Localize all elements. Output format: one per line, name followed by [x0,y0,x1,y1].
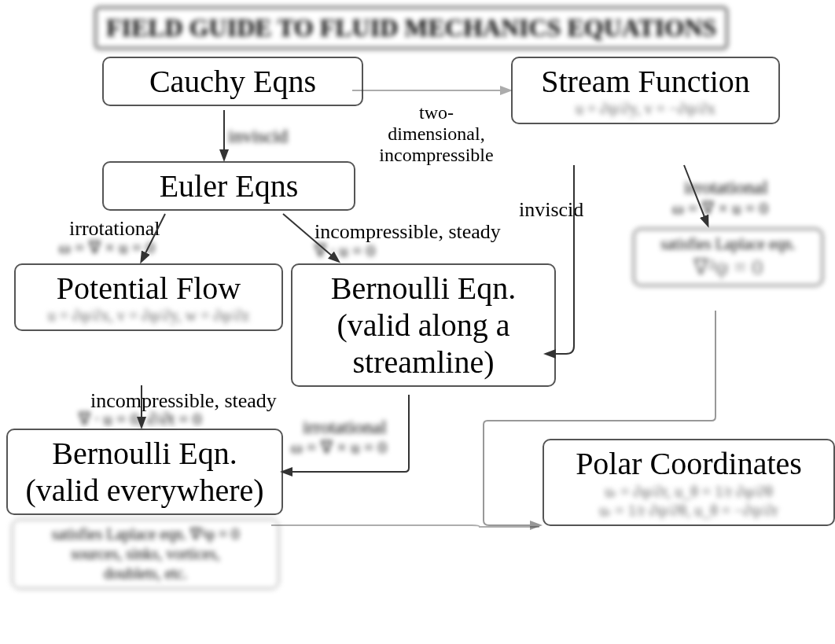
label-irrotational-right: irrotational [684,177,768,198]
math-div-and-dt: ∇ · u = 0, ∂/∂t = 0 [79,409,201,429]
math-div-zero-1: ∇ · u = 0 [315,241,375,261]
polar-eqn1: uᵣ = ∂φ/∂r, u_θ = 1/r ∂φ/∂θ [555,482,822,501]
bev-sub2: sources, sinks, vortices, [24,544,267,564]
bernoulli-ev-1: Bernoulli Eqn. [19,435,270,472]
label-inviscid-right: inviscid [519,198,583,222]
laplace-eqn: ∇²ψ = 0 [646,254,811,280]
box-stream: Stream Function u = ∂ψ/∂y, v = −∂ψ/∂x [511,57,780,124]
stream-heading: Stream Function [524,63,767,100]
polar-heading: Polar Coordinates [555,445,822,482]
box-cauchy: Cauchy Eqns [102,57,363,106]
potential-eqn: u = ∂φ/∂x, v = ∂φ/∂y, w = ∂φ/∂z [27,307,270,325]
bernoulli-sl-1: Bernoulli Eqn. [303,270,543,307]
polar-eqn2: uᵣ = 1/r ∂ψ/∂θ, u_θ = −∂ψ/∂r [555,501,822,520]
laplace-heading: satisfies Laplace eqn. [646,234,811,254]
bernoulli-ev-2: (valid everywhere) [19,472,270,509]
label-two-d: two-dimensional, incompressible [373,102,499,166]
stream-eqn: u = ∂ψ/∂y, v = −∂ψ/∂x [524,100,767,118]
cauchy-heading: Cauchy Eqns [115,63,351,100]
diagram-title: FIELD GUIDE TO FLUID MECHANICS EQUATIONS [94,6,728,50]
bernoulli-sl-2: (valid along a [303,307,543,344]
box-euler: Euler Eqns [102,161,355,211]
label-inviscid-top: inviscid [228,126,288,147]
math-omega-zero-3: ω = ∇ × u = 0 [291,437,387,458]
box-bernoulli-everywhere-sub: satisfies Laplace eqn. ∇²φ = 0 sources, … [12,519,279,589]
math-omega-zero-2: ω = ∇ × u = 0 [672,198,768,219]
math-omega-zero-1: ω = ∇ × u = 0 [59,237,155,258]
box-polar: Polar Coordinates uᵣ = ∂φ/∂r, u_θ = 1/r … [543,439,835,526]
box-laplace: satisfies Laplace eqn. ∇²ψ = 0 [633,228,823,286]
bernoulli-sl-3: streamline) [303,344,543,381]
box-bernoulli-everywhere: Bernoulli Eqn. (valid everywhere) [6,429,283,515]
label-irrotational-mid: irrotational [303,417,387,438]
box-bernoulli-streamline: Bernoulli Eqn. (valid along a streamline… [291,263,556,387]
bev-sub3: doublets, etc. [24,564,267,583]
box-potential: Potential Flow u = ∂φ/∂x, v = ∂φ/∂y, w =… [14,263,283,331]
potential-heading: Potential Flow [27,270,270,307]
bev-sub1: satisfies Laplace eqn. ∇²φ = 0 [24,524,267,544]
euler-heading: Euler Eqns [115,167,343,204]
